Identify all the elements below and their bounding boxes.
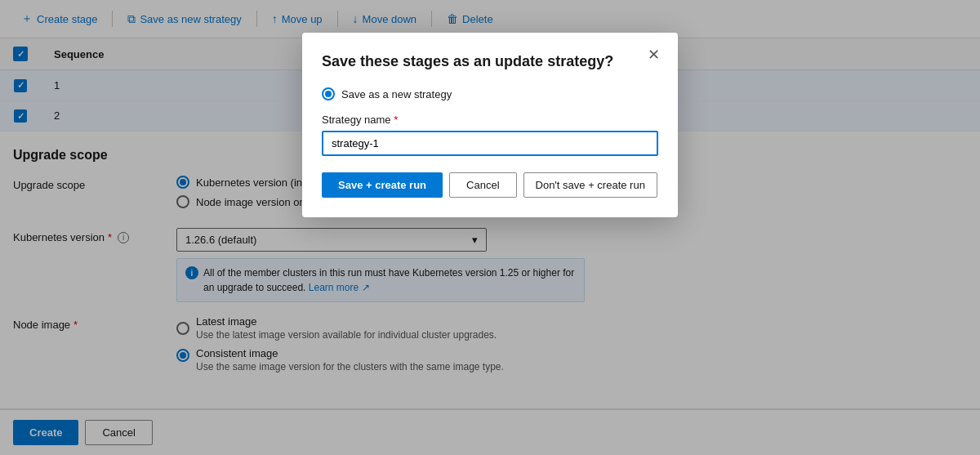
modal-radio-save-new[interactable]: Save as a new strategy xyxy=(322,87,658,100)
save-strategy-modal: Save these stages as an update strategy?… xyxy=(302,33,678,217)
modal-cancel-button[interactable]: Cancel xyxy=(449,172,516,198)
modal-title: Save these stages as an update strategy? xyxy=(322,52,658,71)
strategy-name-label: Strategy name * xyxy=(322,114,658,126)
strategy-name-required: * xyxy=(394,114,398,126)
modal-close-button[interactable]: ✕ xyxy=(643,46,665,64)
modal-overlay[interactable]: Save these stages as an update strategy?… xyxy=(0,0,980,455)
strategy-name-section: Strategy name * xyxy=(322,114,658,156)
modal-actions: Save + create run Cancel Don't save + cr… xyxy=(322,172,658,198)
save-create-run-button[interactable]: Save + create run xyxy=(322,172,443,198)
dont-save-create-run-button[interactable]: Don't save + create run xyxy=(523,172,657,198)
modal-radio-save-new-btn[interactable] xyxy=(322,87,335,100)
modal-radio-section: Save as a new strategy xyxy=(322,87,658,100)
strategy-name-input[interactable] xyxy=(322,131,658,156)
